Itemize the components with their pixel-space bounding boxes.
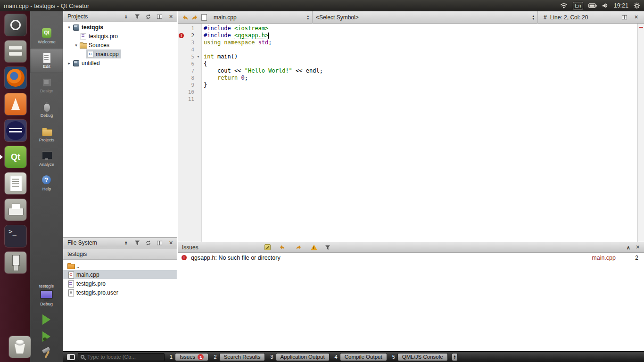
filesystem-root-selector[interactable]: testqgis bbox=[63, 248, 177, 260]
previous-issue-icon[interactable] bbox=[278, 245, 287, 250]
filter-icon[interactable] bbox=[133, 239, 140, 247]
locator[interactable] bbox=[78, 353, 165, 361]
issue-row[interactable]: !qgsapp.h: No such file or directorymain… bbox=[178, 253, 644, 263]
editor-gutter: !2 bbox=[178, 32, 201, 39]
open-document-selector[interactable]: main.cpp bbox=[210, 11, 313, 24]
code-editor[interactable]: 1#include <iostream>!2#include <qgsapp.h… bbox=[178, 24, 644, 242]
fixit-icon[interactable] bbox=[264, 244, 271, 250]
tree-item[interactable]: ▾Sources bbox=[63, 41, 177, 49]
usb-creator-icon[interactable] bbox=[4, 251, 27, 274]
firefox-icon[interactable] bbox=[4, 66, 27, 89]
run-button[interactable] bbox=[42, 314, 50, 325]
ubuntu-dash-icon[interactable] bbox=[4, 14, 27, 36]
text-editor-icon[interactable] bbox=[4, 172, 27, 195]
volume-icon[interactable] bbox=[602, 3, 609, 8]
trash-art bbox=[9, 336, 31, 358]
build-button[interactable] bbox=[41, 347, 52, 359]
symbol-selector[interactable]: <Select Symbol> bbox=[313, 11, 538, 24]
close-document-icon[interactable] bbox=[633, 14, 640, 21]
output-pane-search-results[interactable]: Search Results bbox=[219, 353, 265, 361]
debug-run-button[interactable] bbox=[42, 331, 50, 342]
trash-icon[interactable] bbox=[8, 336, 31, 358]
folder-icon bbox=[80, 42, 87, 49]
sync-with-editor-icon[interactable] bbox=[145, 13, 152, 20]
close-pane-icon[interactable] bbox=[636, 244, 640, 251]
software-center-icon[interactable] bbox=[4, 93, 27, 115]
tree-item[interactable]: main.cpp bbox=[63, 49, 177, 58]
search-icon bbox=[81, 355, 84, 359]
printer-icon[interactable] bbox=[4, 198, 27, 221]
split-panel-icon[interactable] bbox=[156, 13, 163, 20]
split-editor-icon[interactable] bbox=[621, 14, 628, 21]
pane-label: Application Output bbox=[281, 354, 325, 360]
editor-gutter: 7 bbox=[178, 67, 201, 74]
tree-item[interactable]: ▾testqgis bbox=[63, 23, 177, 32]
split-panel-icon[interactable] bbox=[156, 239, 163, 247]
filesystem-panel-title[interactable]: File System bbox=[67, 239, 97, 246]
editor-scrollbar[interactable] bbox=[637, 24, 644, 242]
filter-icon[interactable] bbox=[133, 13, 140, 20]
filesystem-item[interactable]: testqgis.pro.user bbox=[63, 288, 177, 297]
sync-with-editor-icon[interactable] bbox=[145, 239, 152, 247]
code-line: 4 bbox=[178, 46, 644, 53]
go-back-icon[interactable] bbox=[181, 15, 190, 20]
tree-item[interactable]: testqgis.pro bbox=[63, 32, 177, 41]
toggle-sidebar-icon[interactable] bbox=[67, 354, 75, 360]
filesystem-item[interactable]: main.cpp bbox=[63, 270, 177, 279]
mode-label: Design bbox=[40, 89, 53, 93]
filesystem-item[interactable]: testqgis.pro bbox=[63, 279, 177, 288]
expand-arrow-icon[interactable]: ▾ bbox=[73, 43, 79, 48]
terminal-icon[interactable] bbox=[4, 225, 27, 247]
filter-icon[interactable] bbox=[324, 244, 331, 251]
project-icon bbox=[73, 60, 80, 66]
fold-marker-icon[interactable]: ▾ bbox=[195, 53, 201, 60]
close-panel-icon[interactable] bbox=[167, 13, 174, 20]
output-pane-qml-js-console[interactable]: QML/JS Console bbox=[397, 353, 448, 361]
output-pane-issues[interactable]: Issues1 bbox=[175, 353, 208, 361]
go-forward-icon[interactable] bbox=[190, 15, 199, 20]
output-pane-selector-icon[interactable] bbox=[452, 353, 458, 361]
output-pane-buttons: 1Issues12Search Results3Application Outp… bbox=[165, 353, 448, 361]
show-warnings-icon[interactable] bbox=[311, 245, 317, 250]
close-panel-icon[interactable] bbox=[167, 239, 174, 247]
code-text bbox=[201, 89, 204, 96]
output-pane-application-output[interactable]: Application Output bbox=[276, 353, 330, 361]
printer-art bbox=[5, 199, 26, 221]
code-text bbox=[201, 96, 204, 103]
maximize-pane-icon[interactable] bbox=[627, 244, 630, 251]
clock[interactable]: 19:21 bbox=[614, 2, 628, 9]
keyboard-layout-indicator[interactable]: En bbox=[573, 2, 583, 9]
mode-label: Edit bbox=[43, 64, 50, 69]
kit-selector-button[interactable]: Debug bbox=[40, 288, 53, 311]
expand-arrow-icon[interactable]: ▸ bbox=[66, 61, 72, 66]
locator-input[interactable] bbox=[87, 354, 162, 360]
code-line: 9} bbox=[178, 82, 644, 89]
mode-help[interactable]: Help bbox=[30, 171, 63, 195]
eclipse-icon[interactable] bbox=[4, 119, 27, 142]
tree-item[interactable]: ▸untitled bbox=[63, 58, 177, 67]
mode-projects[interactable]: Projects bbox=[30, 122, 63, 146]
qt-creator-icon[interactable] bbox=[4, 146, 27, 168]
build-run-controls: testqgis Debug bbox=[30, 284, 63, 362]
filesystem-item[interactable]: .. bbox=[63, 261, 177, 270]
kit-monitor-icon bbox=[40, 290, 53, 299]
editor-gutter: 9 bbox=[178, 82, 201, 89]
network-icon[interactable] bbox=[560, 3, 568, 8]
mode-design[interactable]: Design bbox=[30, 73, 63, 97]
session-gear-icon[interactable] bbox=[634, 2, 640, 9]
panel-selector-arrows-icon[interactable] bbox=[125, 240, 127, 246]
battery-icon[interactable] bbox=[588, 3, 597, 8]
mode-debug[interactable]: Debug bbox=[30, 97, 63, 122]
next-issue-icon[interactable] bbox=[294, 245, 304, 250]
mode-analyze[interactable]: Analyze bbox=[30, 146, 63, 171]
files-icon[interactable] bbox=[4, 40, 27, 63]
ubuntu-dash-art bbox=[5, 14, 26, 36]
projects-panel-title[interactable]: Projects bbox=[67, 13, 88, 20]
line-number: 5 bbox=[185, 53, 195, 60]
mode-edit[interactable]: Edit bbox=[30, 48, 63, 73]
tree-item-label: testqgis bbox=[82, 24, 103, 31]
expand-arrow-icon[interactable]: ▾ bbox=[66, 25, 72, 30]
mode-welcome[interactable]: Welcome bbox=[30, 24, 63, 48]
panel-selector-arrows-icon[interactable] bbox=[125, 14, 127, 19]
output-pane-compile-output[interactable]: Compile Output bbox=[340, 353, 387, 361]
